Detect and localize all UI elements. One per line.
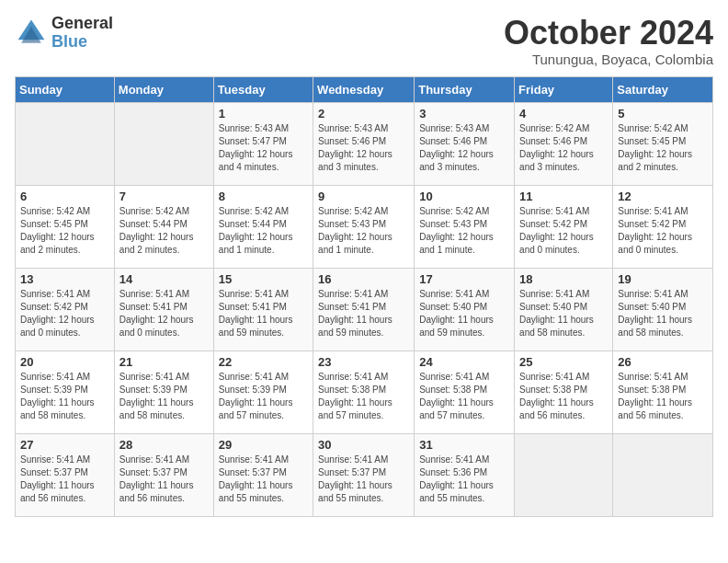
- day-number: 11: [519, 190, 608, 203]
- day-number: 28: [119, 438, 209, 452]
- calendar-cell: 25Sunrise: 5:41 AMSunset: 5:38 PMDayligh…: [515, 350, 613, 433]
- title-block: October 2024 Tunungua, Boyaca, Colombia: [504, 15, 713, 67]
- day-info: Sunrise: 5:42 AMSunset: 5:45 PMDaylight:…: [20, 205, 109, 257]
- day-number: 24: [419, 355, 509, 369]
- weekday-header-friday: Friday: [515, 76, 613, 102]
- calendar-cell: 9Sunrise: 5:42 AMSunset: 5:43 PMDaylight…: [313, 185, 415, 268]
- day-number: 31: [419, 438, 509, 452]
- day-number: 12: [618, 190, 708, 203]
- weekday-header-sunday: Sunday: [16, 76, 115, 102]
- calendar-week-2: 6Sunrise: 5:42 AMSunset: 5:45 PMDaylight…: [16, 185, 713, 268]
- day-number: 19: [618, 272, 708, 286]
- page-header: General Blue October 2024 Tunungua, Boya…: [15, 15, 713, 67]
- day-info: Sunrise: 5:43 AMSunset: 5:46 PMDaylight:…: [318, 122, 409, 174]
- day-info: Sunrise: 5:41 AMSunset: 5:37 PMDaylight:…: [219, 454, 308, 505]
- day-info: Sunrise: 5:42 AMSunset: 5:43 PMDaylight:…: [419, 205, 509, 257]
- day-number: 5: [618, 107, 708, 121]
- day-number: 29: [219, 438, 308, 452]
- calendar-table: SundayMondayTuesdayWednesdayThursdayFrid…: [15, 76, 713, 517]
- day-number: 6: [20, 190, 109, 203]
- calendar-cell: 27Sunrise: 5:41 AMSunset: 5:37 PMDayligh…: [16, 433, 115, 516]
- day-info: Sunrise: 5:43 AMSunset: 5:47 PMDaylight:…: [219, 122, 308, 174]
- day-number: 8: [219, 190, 308, 203]
- calendar-cell: 4Sunrise: 5:42 AMSunset: 5:46 PMDaylight…: [515, 102, 613, 185]
- calendar-cell: [613, 433, 713, 516]
- day-number: 25: [519, 355, 608, 369]
- day-info: Sunrise: 5:41 AMSunset: 5:38 PMDaylight:…: [519, 371, 608, 422]
- day-info: Sunrise: 5:41 AMSunset: 5:37 PMDaylight:…: [318, 454, 409, 505]
- calendar-cell: 2Sunrise: 5:43 AMSunset: 5:46 PMDaylight…: [313, 102, 415, 185]
- day-info: Sunrise: 5:41 AMSunset: 5:41 PMDaylight:…: [219, 288, 308, 339]
- weekday-header-row: SundayMondayTuesdayWednesdayThursdayFrid…: [16, 76, 713, 102]
- calendar-cell: 21Sunrise: 5:41 AMSunset: 5:39 PMDayligh…: [114, 350, 213, 433]
- day-info: Sunrise: 5:41 AMSunset: 5:40 PMDaylight:…: [419, 288, 509, 339]
- calendar-cell: 22Sunrise: 5:41 AMSunset: 5:39 PMDayligh…: [213, 350, 313, 433]
- day-number: 26: [618, 355, 708, 369]
- logo: General Blue: [15, 15, 113, 52]
- calendar-cell: 29Sunrise: 5:41 AMSunset: 5:37 PMDayligh…: [213, 433, 313, 516]
- day-info: Sunrise: 5:41 AMSunset: 5:41 PMDaylight:…: [318, 288, 409, 339]
- day-number: 10: [419, 190, 509, 203]
- day-info: Sunrise: 5:41 AMSunset: 5:42 PMDaylight:…: [618, 205, 708, 257]
- day-info: Sunrise: 5:41 AMSunset: 5:38 PMDaylight:…: [419, 371, 509, 422]
- calendar-cell: 31Sunrise: 5:41 AMSunset: 5:36 PMDayligh…: [415, 433, 515, 516]
- calendar-cell: 18Sunrise: 5:41 AMSunset: 5:40 PMDayligh…: [515, 268, 613, 350]
- day-number: 22: [219, 355, 308, 369]
- calendar-week-3: 13Sunrise: 5:41 AMSunset: 5:42 PMDayligh…: [16, 268, 713, 350]
- calendar-cell: 20Sunrise: 5:41 AMSunset: 5:39 PMDayligh…: [16, 350, 115, 433]
- day-info: Sunrise: 5:42 AMSunset: 5:44 PMDaylight:…: [119, 205, 209, 257]
- day-info: Sunrise: 5:41 AMSunset: 5:38 PMDaylight:…: [618, 371, 708, 422]
- day-number: 18: [519, 272, 608, 286]
- calendar-cell: 14Sunrise: 5:41 AMSunset: 5:41 PMDayligh…: [114, 268, 213, 350]
- day-info: Sunrise: 5:41 AMSunset: 5:39 PMDaylight:…: [20, 371, 109, 422]
- day-info: Sunrise: 5:41 AMSunset: 5:36 PMDaylight:…: [419, 454, 509, 505]
- calendar-cell: 17Sunrise: 5:41 AMSunset: 5:40 PMDayligh…: [415, 268, 515, 350]
- day-info: Sunrise: 5:43 AMSunset: 5:46 PMDaylight:…: [419, 122, 509, 174]
- day-number: 27: [20, 438, 109, 452]
- calendar-cell: 15Sunrise: 5:41 AMSunset: 5:41 PMDayligh…: [213, 268, 313, 350]
- day-info: Sunrise: 5:41 AMSunset: 5:37 PMDaylight:…: [119, 454, 209, 505]
- day-info: Sunrise: 5:42 AMSunset: 5:46 PMDaylight:…: [519, 122, 608, 174]
- day-number: 13: [20, 272, 109, 286]
- day-info: Sunrise: 5:42 AMSunset: 5:45 PMDaylight:…: [618, 122, 708, 174]
- day-info: Sunrise: 5:41 AMSunset: 5:41 PMDaylight:…: [119, 288, 209, 339]
- day-info: Sunrise: 5:41 AMSunset: 5:42 PMDaylight:…: [519, 205, 608, 257]
- weekday-header-monday: Monday: [114, 76, 213, 102]
- calendar-week-5: 27Sunrise: 5:41 AMSunset: 5:37 PMDayligh…: [16, 433, 713, 516]
- calendar-cell: 28Sunrise: 5:41 AMSunset: 5:37 PMDayligh…: [114, 433, 213, 516]
- calendar-cell: 8Sunrise: 5:42 AMSunset: 5:44 PMDaylight…: [213, 185, 313, 268]
- day-number: 17: [419, 272, 509, 286]
- weekday-header-tuesday: Tuesday: [213, 76, 313, 102]
- calendar-cell: 12Sunrise: 5:41 AMSunset: 5:42 PMDayligh…: [613, 185, 713, 268]
- calendar-cell: 3Sunrise: 5:43 AMSunset: 5:46 PMDaylight…: [415, 102, 515, 185]
- calendar-cell: [114, 102, 213, 185]
- day-info: Sunrise: 5:42 AMSunset: 5:43 PMDaylight:…: [318, 205, 409, 257]
- calendar-cell: 16Sunrise: 5:41 AMSunset: 5:41 PMDayligh…: [313, 268, 415, 350]
- calendar-cell: 7Sunrise: 5:42 AMSunset: 5:44 PMDaylight…: [114, 185, 213, 268]
- month-title: October 2024: [504, 15, 713, 52]
- weekday-header-saturday: Saturday: [613, 76, 713, 102]
- day-info: Sunrise: 5:41 AMSunset: 5:40 PMDaylight:…: [618, 288, 708, 339]
- day-info: Sunrise: 5:41 AMSunset: 5:37 PMDaylight:…: [20, 454, 109, 505]
- day-info: Sunrise: 5:41 AMSunset: 5:38 PMDaylight:…: [318, 371, 409, 422]
- weekday-header-thursday: Thursday: [415, 76, 515, 102]
- calendar-cell: [515, 433, 613, 516]
- day-number: 2: [318, 107, 409, 121]
- day-number: 20: [20, 355, 109, 369]
- calendar-cell: 10Sunrise: 5:42 AMSunset: 5:43 PMDayligh…: [415, 185, 515, 268]
- day-number: 15: [219, 272, 308, 286]
- day-number: 14: [119, 272, 209, 286]
- day-number: 4: [519, 107, 608, 121]
- calendar-cell: 19Sunrise: 5:41 AMSunset: 5:40 PMDayligh…: [613, 268, 713, 350]
- calendar-cell: 5Sunrise: 5:42 AMSunset: 5:45 PMDaylight…: [613, 102, 713, 185]
- day-info: Sunrise: 5:41 AMSunset: 5:39 PMDaylight:…: [119, 371, 209, 422]
- day-number: 21: [119, 355, 209, 369]
- calendar-cell: [16, 102, 115, 185]
- day-number: 3: [419, 107, 509, 121]
- weekday-header-wednesday: Wednesday: [313, 76, 415, 102]
- day-info: Sunrise: 5:41 AMSunset: 5:42 PMDaylight:…: [20, 288, 109, 339]
- calendar-cell: 11Sunrise: 5:41 AMSunset: 5:42 PMDayligh…: [515, 185, 613, 268]
- calendar-cell: 6Sunrise: 5:42 AMSunset: 5:45 PMDaylight…: [16, 185, 115, 268]
- logo-text: General Blue: [51, 15, 113, 52]
- day-info: Sunrise: 5:41 AMSunset: 5:40 PMDaylight:…: [519, 288, 608, 339]
